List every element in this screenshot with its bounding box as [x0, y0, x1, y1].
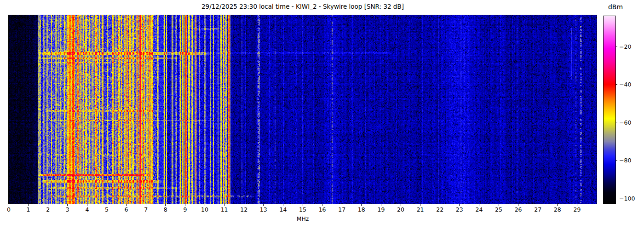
waterfall-heatmap-canvas	[9, 15, 597, 204]
colorbar-tick-mark	[615, 160, 617, 161]
colorbar-tick-label: −60	[619, 119, 641, 126]
x-tick-label: 21	[414, 207, 427, 213]
colorbar-tick-label: −20	[619, 43, 641, 50]
colorbar-tick-label: −100	[619, 195, 641, 202]
x-tick-label: 20	[394, 207, 408, 213]
x-tick-label: 26	[512, 207, 525, 213]
x-tick-label: 1	[22, 207, 35, 213]
x-tick-label: 10	[198, 207, 212, 213]
x-tick-label: 19	[374, 207, 388, 213]
x-axis-label: MHz	[8, 215, 597, 222]
x-tick-label: 27	[531, 207, 545, 213]
x-tick-label: 14	[276, 207, 290, 213]
x-tick-label: 22	[433, 207, 447, 213]
x-tick-label: 15	[296, 207, 310, 213]
x-tick-label: 4	[80, 207, 94, 213]
x-tick-label: 25	[492, 207, 506, 213]
x-tick-label: 18	[355, 207, 368, 213]
x-tick-label: 3	[61, 207, 75, 213]
colorbar-tick-mark	[615, 122, 617, 122]
x-tick-label: 7	[139, 207, 153, 213]
x-tick-label: 17	[335, 207, 349, 213]
x-tick-label: 24	[472, 207, 486, 213]
x-tick-label: 9	[178, 207, 192, 213]
colorbar-tick-mark	[615, 46, 617, 46]
chart-title: 29/12/2025 23:30 local time - KIWI_2 - S…	[8, 2, 597, 11]
colorbar-unit-label: dBm	[599, 3, 632, 11]
x-tick-label: 28	[551, 207, 564, 213]
x-tick-label: 23	[453, 207, 466, 213]
x-tick-label: 29	[570, 207, 584, 213]
colorbar-tick-label: −40	[619, 81, 641, 88]
x-tick-label: 2	[41, 207, 55, 213]
x-tick-label: 5	[100, 207, 114, 213]
x-tick-label: 12	[237, 207, 251, 213]
x-tick-label: 0	[2, 207, 16, 213]
x-tick-label: 11	[218, 207, 231, 213]
x-tick-label: 13	[257, 207, 270, 213]
colorbar-gradient-canvas	[604, 16, 615, 204]
colorbar-tick-mark	[615, 198, 617, 198]
x-tick-label: 6	[120, 207, 133, 213]
spectrum-waterfall-figure: 29/12/2025 23:30 local time - KIWI_2 - S…	[0, 0, 644, 230]
x-tick-label: 16	[316, 207, 329, 213]
colorbar-tick-mark	[615, 84, 617, 85]
colorbar-tick-label: −80	[619, 157, 641, 164]
x-tick-label: 8	[159, 207, 172, 213]
colorbar	[603, 16, 616, 204]
waterfall-plot-area	[8, 15, 597, 204]
